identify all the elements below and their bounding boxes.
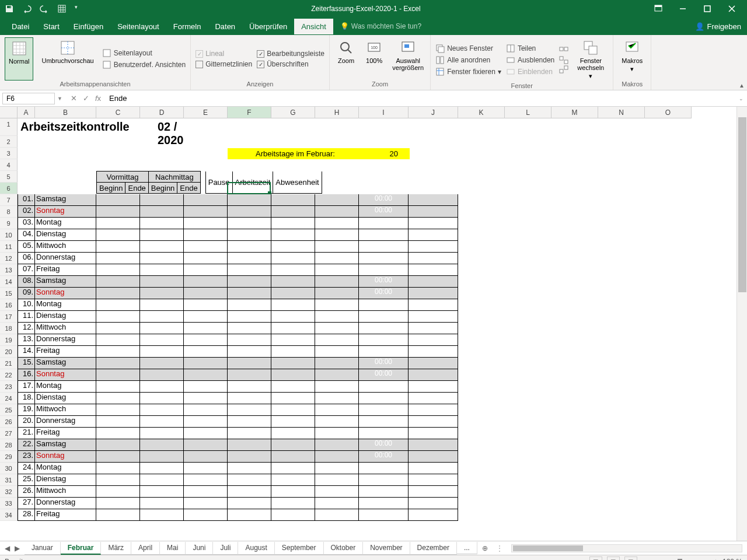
row-header-34[interactable]: 34 [0, 509, 18, 521]
row-header-8[interactable]: 8 [0, 206, 18, 218]
menu-tab-seitenlayout[interactable]: Seitenlayout [110, 19, 166, 34]
macros-button[interactable]: Makros ▾ [618, 37, 646, 80]
table-row[interactable]: 18.Dienstag [18, 393, 458, 404]
view-pagebreak-icon[interactable]: ▣ [624, 556, 637, 561]
table-row[interactable]: 03.Montag [18, 218, 458, 229]
horizontal-scrollbar[interactable] [511, 544, 742, 552]
save-icon[interactable] [5, 4, 14, 13]
table-row[interactable]: 24.Montag [18, 463, 458, 474]
menu-tab-einfügen[interactable]: Einfügen [67, 19, 110, 34]
share-button[interactable]: 👤 Freigeben [689, 20, 747, 33]
freeze-panes-button[interactable]: Fenster fixieren ▾ [435, 66, 501, 78]
menu-tab-formeln[interactable]: Formeln [166, 19, 208, 34]
name-box[interactable] [2, 93, 55, 104]
minimize-button[interactable] [672, 1, 693, 17]
sheet-tab-februar[interactable]: Februar [61, 542, 102, 555]
row-header-21[interactable]: 21 [0, 358, 18, 369]
row-header-19[interactable]: 19 [0, 334, 18, 346]
sheet-tab-november[interactable]: November [363, 542, 410, 555]
split-button[interactable]: Teilen [506, 43, 554, 54]
col-header-J[interactable]: J [409, 107, 458, 118]
timesheet-table[interactable]: VormittagNachmittagPauseArbeitszeitAbwes… [96, 171, 322, 194]
col-header-M[interactable]: M [551, 107, 598, 118]
zoom-selection-button[interactable]: Auswahl vergrößern [390, 37, 425, 80]
row-header-32[interactable]: 32 [0, 486, 18, 498]
row-header-27[interactable]: 27 [0, 428, 18, 439]
confirm-formula-icon[interactable]: ✓ [83, 94, 89, 103]
table-row[interactable]: 25.Dienstag [18, 474, 458, 486]
row-header-23[interactable]: 23 [0, 381, 18, 393]
table-row[interactable]: 06.Donnerstag [18, 253, 458, 264]
table-row[interactable]: 12.Mittwoch [18, 323, 458, 334]
sheet-tab-juni[interactable]: Juni [186, 542, 213, 555]
chk-gitter[interactable]: Gitternetzlinien [196, 59, 252, 69]
row-header-25[interactable]: 25 [0, 404, 18, 416]
row-header-30[interactable]: 30 [0, 463, 18, 474]
undo-icon[interactable] [22, 4, 32, 13]
row-header-5[interactable]: 5 [0, 171, 18, 183]
table-row[interactable]: 01.Samstag00:00 [18, 194, 458, 206]
row-header-2[interactable]: 2 [0, 136, 18, 148]
row-header-7[interactable]: 7 [0, 194, 18, 206]
row-header-15[interactable]: 15 [0, 288, 18, 299]
row-header-33[interactable]: 33 [0, 498, 18, 509]
table-row[interactable]: 16.Sonntag00:00 [18, 369, 458, 381]
name-box-dropdown-icon[interactable]: ▼ [57, 96, 66, 102]
row-header-18[interactable]: 18 [0, 323, 18, 334]
col-header-B[interactable]: B [35, 107, 96, 118]
table-row[interactable]: 05.Mittwoch [18, 241, 458, 253]
table-row[interactable]: 27.Donnerstag [18, 498, 458, 509]
row-header-12[interactable]: 12 [0, 253, 18, 264]
zoom-level[interactable]: 100 % [722, 558, 742, 561]
row-header-1[interactable]: 1 [0, 118, 18, 136]
menu-tab-start[interactable]: Start [36, 19, 66, 34]
new-window-button[interactable]: Neues Fenster [435, 43, 501, 54]
vertical-scroll-thumb[interactable] [738, 117, 746, 292]
close-button[interactable] [721, 1, 742, 17]
zoom-100-button[interactable]: 100100% [362, 37, 386, 80]
switch-windows-button[interactable]: Fenster wechseln ▾ [573, 37, 608, 82]
select-all-corner[interactable] [0, 107, 18, 118]
sheet-tab-juli[interactable]: Juli [213, 542, 238, 555]
col-header-A[interactable]: A [18, 107, 35, 118]
view-custom-button[interactable]: Benutzerdef. Ansichten [102, 59, 186, 71]
col-header-G[interactable]: G [271, 107, 315, 118]
zoom-out-button[interactable]: − [642, 558, 646, 561]
sheet-tab-september[interactable]: September [275, 542, 324, 555]
add-sheet-button[interactable]: ⊕ [477, 544, 493, 552]
hide-button[interactable]: Ausblenden [506, 54, 554, 66]
grid-icon[interactable] [57, 4, 67, 13]
sheet-tab-april[interactable]: April [131, 542, 160, 555]
table-row[interactable]: 14.Freitag [18, 346, 458, 358]
table-row[interactable]: 07.Freitag [18, 264, 458, 276]
col-header-I[interactable]: I [359, 107, 409, 118]
table-row[interactable]: 09.Sonntag00:00 [18, 288, 458, 299]
table-row[interactable]: 28.Freitag [18, 509, 458, 521]
sheet-tab-märz[interactable]: März [101, 542, 131, 555]
table-row[interactable]: 26.Mittwoch [18, 486, 458, 498]
col-header-K[interactable]: K [458, 107, 505, 118]
row-header-11[interactable]: 11 [0, 241, 18, 253]
expand-formula-icon[interactable]: ⌄ [735, 96, 747, 102]
col-header-F[interactable]: F [228, 107, 271, 118]
row-header-24[interactable]: 24 [0, 393, 18, 404]
view-pagelayout-button[interactable]: Seitenlayout [102, 47, 186, 59]
row-header-26[interactable]: 26 [0, 416, 18, 428]
chk-lineal[interactable]: ✓Lineal [196, 48, 252, 59]
ribbon-options-icon[interactable] [648, 1, 669, 17]
view-normal-button[interactable]: Normal [5, 37, 33, 80]
col-header-O[interactable]: O [645, 107, 692, 118]
fx-icon[interactable]: fx [95, 94, 101, 103]
row-header-31[interactable]: 31 [0, 474, 18, 486]
spreadsheet-grid[interactable]: ABCDEFGHIJKLMNO 123456789101112131415161… [0, 107, 747, 541]
view-pagelayout-icon[interactable]: ▤ [607, 556, 620, 561]
chk-ueberschriften[interactable]: ✓Überschriften [257, 59, 324, 69]
tabs-more[interactable]: ... [457, 542, 477, 554]
row-header-14[interactable]: 14 [0, 276, 18, 288]
arrange-all-button[interactable]: Alle anordnen [435, 54, 501, 66]
tab-nav-next-icon[interactable]: ▶ [15, 544, 20, 552]
zoom-in-button[interactable]: + [714, 558, 718, 561]
table-row[interactable]: 10.Montag [18, 299, 458, 311]
menu-tab-ansicht[interactable]: Ansicht [294, 19, 333, 34]
row-header-13[interactable]: 13 [0, 264, 18, 276]
